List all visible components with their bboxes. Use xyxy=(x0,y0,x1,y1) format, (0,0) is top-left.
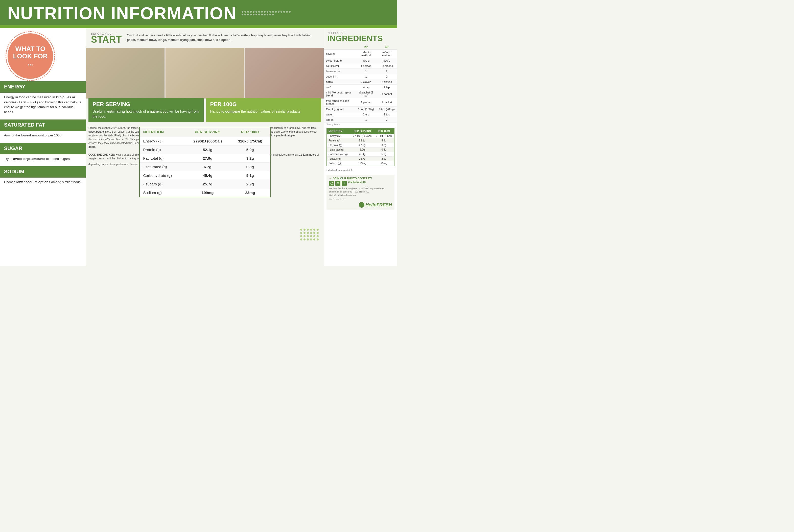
energy-content: Energy in food can be measured in kilojo… xyxy=(0,93,86,117)
sn-per-100g-value: 23mg xyxy=(374,161,394,166)
photo-contest-section: → JOIN OUR PHOTO CONTEST! ◯ 𝕏 f #HelloFr… xyxy=(326,175,395,210)
header-dot xyxy=(283,11,285,13)
ingredient-row: cauliflower 1 portion 2 portions xyxy=(324,63,397,69)
sn-per-serving-value: 27.9g xyxy=(351,143,374,148)
small-nutrition-row: Protein (g) 52.1g 5.9g xyxy=(327,138,394,143)
per-serving-value: 27.9g xyxy=(185,154,230,163)
per-serving-value: 6.7g xyxy=(185,163,230,171)
header-dot xyxy=(281,11,282,13)
callout-row: PER SERVING Useful in estimating how muc… xyxy=(86,96,324,124)
sn-col-nutrition: NUTRITION xyxy=(327,129,351,134)
instagram-icon[interactable]: ◯ xyxy=(329,181,334,186)
per-100g-body: Handy to compare the nutrition values of… xyxy=(210,109,317,114)
ing-col-4p: 4P xyxy=(377,44,397,50)
ingredients-header: 2|4 PEOPLE INGREDIENTS xyxy=(324,28,397,44)
sn-per-100g-value: 316kJ (75Cal) xyxy=(374,134,394,138)
hellofresh-logo: HelloFRESH xyxy=(329,202,392,208)
ingredient-2p: ½ sachet (1 tsp) xyxy=(356,90,377,98)
sugar-title: SUGAR xyxy=(4,146,82,151)
main-content: WHAT TO LOOK FOR ... ENERGY Energy in fo… xyxy=(0,28,397,266)
step-image-1 xyxy=(86,48,165,98)
ingredient-name: Greek yoghurt xyxy=(324,107,356,112)
ingredient-row: sweet potato 400 g 800 g xyxy=(324,58,397,63)
header-dot xyxy=(264,11,266,13)
badge-text: WHAT TO LOOK FOR ... xyxy=(7,43,53,70)
main-nutrition-table: NUTRITION PER SERVING PER 100G Energy (k… xyxy=(139,127,271,197)
ingredient-2p: refer to method xyxy=(356,50,377,58)
small-nutrition-row: Energy (kJ) 2790kJ (666Cal) 316kJ (75Cal… xyxy=(327,134,394,138)
header-dot xyxy=(247,11,249,13)
facebook-icon[interactable]: f xyxy=(342,181,347,186)
ingredient-name: cauliflower xyxy=(324,63,356,69)
start-title: START xyxy=(91,35,122,44)
sn-per-serving-value: 199mg xyxy=(351,161,374,166)
header-dot xyxy=(286,11,288,13)
ingredient-2p: 400 g xyxy=(356,58,377,63)
header-dot xyxy=(253,14,254,15)
nutrient-name: - saturated (g) xyxy=(140,163,185,171)
ingredient-name: sweet potato xyxy=(324,58,356,63)
header-dot xyxy=(256,14,257,15)
header-dots-decoration xyxy=(242,11,292,15)
per-100g-value: 5.1g xyxy=(230,171,270,180)
middle-panel: BEFORE YOU — START Our fruit and veggies… xyxy=(86,28,324,266)
nutrient-name: Sodium (g) xyxy=(140,188,185,197)
ingredient-2p: 1 xyxy=(356,69,377,74)
sn-per-100g-value: 5.9g xyxy=(374,138,394,143)
sn-per-100g-value: 2.9g xyxy=(374,157,394,161)
ingredient-4p: 800 g xyxy=(377,58,397,63)
small-nutrition-table: NUTRITION PER SERVING PER 100G Energy (k… xyxy=(326,128,395,166)
sat-fat-title: SATURATED FAT xyxy=(4,122,82,128)
before-start-label-block: BEFORE YOU — START xyxy=(91,32,122,44)
header-dot xyxy=(244,14,246,15)
ingredient-name: water xyxy=(324,112,356,117)
nutrient-name: Carbohydrate (g) xyxy=(140,171,185,180)
sodium-section-header: SODIUM xyxy=(0,166,86,177)
header-dot xyxy=(289,11,290,13)
footer-code: 2018 | WK2 | C xyxy=(329,198,392,201)
per-serving-body: Useful in estimating how much of a nutri… xyxy=(93,109,200,119)
header-dot xyxy=(250,11,252,13)
ingredient-name: brown onion xyxy=(324,69,356,74)
header-dot xyxy=(253,11,254,13)
ingredient-row: mild Moroccan spice blend ½ sachet (1 ts… xyxy=(324,90,397,98)
arrow-icon: → xyxy=(329,177,332,180)
header-dot xyxy=(256,11,257,13)
sat-fat-section-header: SATURATED FAT xyxy=(0,119,86,131)
header-dot xyxy=(261,14,263,15)
nutrition-row: - sugars (g) 25.7g 2.9g xyxy=(140,180,270,188)
per-serving-value: 25.7g xyxy=(185,180,230,188)
sn-per-100g-value: 3.2g xyxy=(374,143,394,148)
header-dot xyxy=(258,11,260,13)
header-dot xyxy=(269,11,271,13)
nutrition-row: Energy (kJ) 2790kJ (666Cal) 316kJ (75Cal… xyxy=(140,137,270,146)
ingredient-name: free-range chicken breast xyxy=(324,98,356,107)
sat-fat-content: Aim for the lowest amount of per 100g. xyxy=(0,131,86,141)
ingredient-4p: 1 tsp xyxy=(377,84,397,90)
ingredient-name: lemon xyxy=(324,117,356,122)
ingredient-name: olive oil xyxy=(324,50,356,58)
sugar-content: Try to avoid large amounts of added suga… xyxy=(0,154,86,165)
per-serving-value: 2790kJ (666Cal) xyxy=(185,137,230,146)
header-dot xyxy=(242,11,243,13)
green-stripe xyxy=(0,25,397,28)
ingredient-row: water 2 tsp 1 tbs xyxy=(324,112,397,117)
twitter-icon[interactable]: 𝕏 xyxy=(335,181,340,186)
header-dot xyxy=(244,11,246,13)
nutrient-name: Energy (kJ) xyxy=(140,137,185,146)
header-dot xyxy=(269,14,271,15)
small-nutrition-row: Sodium (g) 199mg 23mg xyxy=(327,161,394,166)
nutrition-row: Carbohydrate (g) 45.4g 5.1g xyxy=(140,171,270,180)
small-nutrition-row: - sugars (g) 25.7g 2.9g xyxy=(327,157,394,161)
ingredient-2p: 2 tsp xyxy=(356,112,377,117)
per-100g-value: 3.2g xyxy=(230,154,270,163)
ingredient-row: lemon 1 2 xyxy=(324,117,397,122)
per-100g-value: 0.8g xyxy=(230,163,270,171)
ingredients-table: 2P 4P olive oil refer to method refer to… xyxy=(324,44,397,122)
energy-title: ENERGY xyxy=(4,84,82,90)
ingredient-row: zucchini 1 2 xyxy=(324,74,397,79)
per-100g-value: 5.9g xyxy=(230,146,270,154)
header-dot xyxy=(264,14,266,15)
per-serving-value: 52.1g xyxy=(185,146,230,154)
small-nutrition-row: - saturated (g) 6.7g 0.8g xyxy=(327,148,394,152)
